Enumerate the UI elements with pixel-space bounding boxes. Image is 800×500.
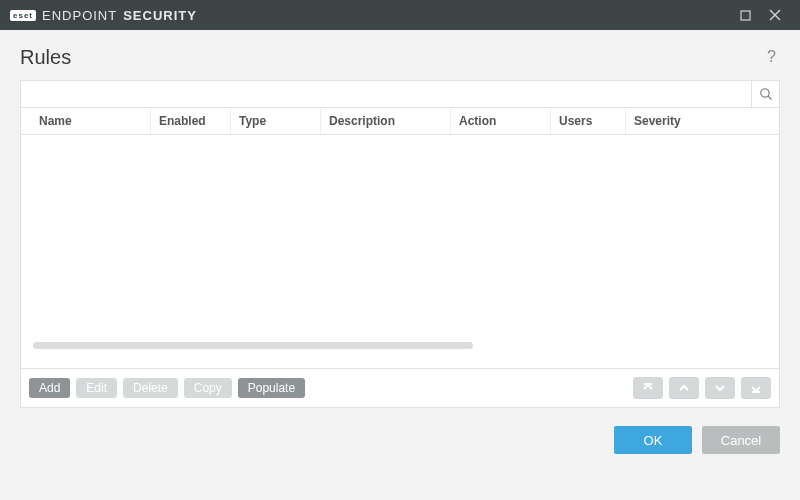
horizontal-scrollbar[interactable] [33,342,753,349]
populate-button[interactable]: Populate [238,378,305,398]
ok-button[interactable]: OK [614,426,692,454]
window-close-button[interactable] [760,0,790,30]
delete-button[interactable]: Delete [123,378,178,398]
col-action[interactable]: Action [451,108,551,134]
cancel-button[interactable]: Cancel [702,426,780,454]
close-icon [769,9,781,21]
edit-button[interactable]: Edit [76,378,117,398]
col-enabled[interactable]: Enabled [151,108,231,134]
col-users[interactable]: Users [551,108,626,134]
brand-logo-badge: eset [10,10,36,21]
svg-rect-0 [741,11,750,20]
add-button[interactable]: Add [29,378,70,398]
chevron-up-icon [678,382,690,394]
col-severity[interactable]: Severity [626,108,779,134]
dialog-header: Rules ? [0,30,800,80]
search-button[interactable] [751,81,779,107]
search-row [21,81,779,108]
brand-text-thin: ENDPOINT [42,8,117,23]
rules-table: Name Enabled Type Description Action Use… [21,108,779,368]
maximize-icon [740,10,751,21]
search-icon [759,87,773,101]
col-description[interactable]: Description [321,108,451,134]
move-up-button[interactable] [669,377,699,399]
window-maximize-button[interactable] [730,0,760,30]
rules-panel: Name Enabled Type Description Action Use… [20,80,780,408]
page-title: Rules [20,46,71,69]
col-name[interactable]: Name [21,108,151,134]
move-bottom-button[interactable] [741,377,771,399]
table-body [21,135,779,355]
table-header: Name Enabled Type Description Action Use… [21,108,779,135]
rules-toolbar: Add Edit Delete Copy Populate [21,368,779,407]
svg-line-4 [768,96,771,99]
move-top-button[interactable] [633,377,663,399]
chevron-down-icon [714,382,726,394]
move-down-button[interactable] [705,377,735,399]
help-button[interactable]: ? [763,44,780,70]
col-type[interactable]: Type [231,108,321,134]
brand: eset ENDPOINT SECURITY [10,8,197,23]
chevron-bottom-icon [750,382,762,394]
titlebar: eset ENDPOINT SECURITY [0,0,800,30]
svg-point-3 [760,89,768,97]
horizontal-scrollbar-thumb[interactable] [33,342,473,349]
brand-text-bold: SECURITY [123,8,197,23]
search-input[interactable] [21,81,751,107]
copy-button[interactable]: Copy [184,378,232,398]
chevron-top-icon [642,382,654,394]
dialog-footer: OK Cancel [0,408,800,472]
